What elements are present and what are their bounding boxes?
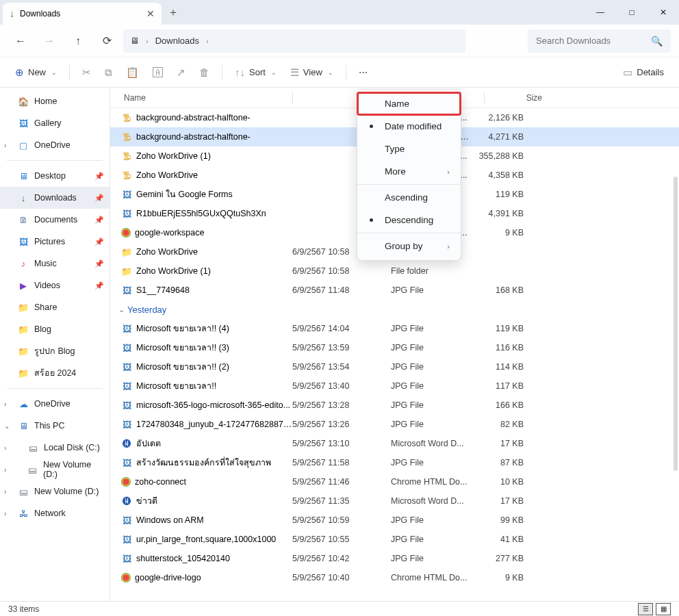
details-view-toggle[interactable]: ☰ <box>638 603 653 615</box>
thumbnails-view-toggle[interactable]: ▦ <box>656 603 671 615</box>
sidebar-item-blog[interactable]: 📁Blog <box>0 318 110 340</box>
sidebar-item-pictures[interactable]: 🖼Pictures📌 <box>0 231 110 253</box>
file-size: 4,271 KB <box>472 132 524 142</box>
sidebar-item-documents[interactable]: 🗎Documents📌 <box>0 209 110 231</box>
file-row[interactable]: 🖼Microsoft ขยายเวลา!! (2)5/9/2567 13:54J… <box>110 357 679 376</box>
bullet-icon <box>370 218 373 222</box>
sidebar-item-downloads[interactable]: ↓Downloads📌 <box>0 187 110 209</box>
close-button[interactable]: ✕ <box>648 0 679 25</box>
back-button[interactable]: ← <box>8 29 33 53</box>
disk-icon: 🖴 <box>27 442 38 453</box>
paste-button[interactable]: 📋 <box>120 62 144 84</box>
file-row[interactable]: zoho-connect5/9/2567 11:46Chrome HTML Do… <box>110 472 679 491</box>
sort-menu-date-modified[interactable]: Date modified <box>357 115 461 138</box>
share-button[interactable]: ↗ <box>171 62 191 84</box>
delete-button[interactable]: 🗑 <box>194 62 215 84</box>
toolbar: ⊕ New ⌄ ✂ ⧉ 📋 🄰 ↗ 🗑 ↑↓ Sort ⌄ ☰ View ⌄ ⋯… <box>0 57 679 88</box>
expander-icon[interactable]: › <box>4 400 6 408</box>
sidebar-item-local-disk-c-[interactable]: ›🖴Local Disk (C:) <box>0 437 110 459</box>
sidebar-item-videos[interactable]: ▶Videos📌 <box>0 274 110 296</box>
file-row[interactable]: 🖼ur,pin_large_front,square,1000x10005/9/… <box>110 530 679 549</box>
copy-button[interactable]: ⧉ <box>99 62 118 84</box>
sort-menu-descending[interactable]: Descending <box>357 209 461 231</box>
sidebar-item-this-pc[interactable]: ⌄🖥This PC <box>0 415 110 437</box>
maximize-button[interactable]: □ <box>616 0 648 25</box>
sidebar-item-gallery[interactable]: 🖼Gallery <box>0 112 110 134</box>
file-date: 5/9/2567 13:59 <box>292 343 391 352</box>
sort-menu-group-by[interactable]: Group by› <box>357 235 461 257</box>
file-row[interactable]: 🖼Microsoft ขยายเวลา!!5/9/2567 13:40JPG F… <box>110 376 679 396</box>
search-input[interactable] <box>536 36 651 46</box>
file-name: google-workspace <box>135 228 292 238</box>
file-row[interactable]: 🖼S1__77496486/9/2567 11:48JPG File168 KB <box>110 281 679 300</box>
rename-button[interactable]: 🄰 <box>147 62 168 84</box>
more-button[interactable]: ⋯ <box>353 62 373 84</box>
file-row[interactable]: 🖼Microsoft ขยายเวลา!! (3)5/9/2567 13:59J… <box>110 338 679 357</box>
sidebar-item--blog[interactable]: 📁รูปปก Blog <box>0 340 110 362</box>
forward-button[interactable]: → <box>37 29 62 53</box>
column-name[interactable]: Name <box>124 93 292 103</box>
breadcrumb[interactable]: 🖥 › Downloads › <box>123 29 465 53</box>
expander-icon[interactable]: › <box>4 444 6 452</box>
file-name: ur,pin_large_front,square,1000x1000 <box>136 535 292 544</box>
file-date: 5/9/2567 14:04 <box>292 324 391 333</box>
expander-icon[interactable]: › <box>4 466 6 474</box>
expander-icon[interactable]: ⌄ <box>4 422 10 430</box>
group-header-yesterday[interactable]: ⌄Yesterday <box>110 300 679 319</box>
new-tab-button[interactable]: ＋ <box>162 0 185 25</box>
sidebar-item--2024[interactable]: 📁สร้อย 2024 <box>0 362 110 384</box>
view-button[interactable]: ☰ View ⌄ <box>285 62 339 84</box>
sidebar-item-network[interactable]: ›🖧Network <box>0 502 110 524</box>
file-row[interactable]: 🅦อัปเดต5/9/2567 13:10Microsoft Word D...… <box>110 434 679 453</box>
sidebar-item-onedrive[interactable]: ›▢OneDrive <box>0 134 110 156</box>
sort-menu-more[interactable]: More› <box>357 160 461 183</box>
sort-menu-ascending[interactable]: Ascending <box>357 186 461 209</box>
minimize-button[interactable]: — <box>585 0 616 25</box>
file-name: Zoho WorkDrive (1) <box>136 266 292 276</box>
tab-downloads[interactable]: ↓ Downloads ✕ <box>3 3 162 25</box>
sort-button[interactable]: ↑↓ Sort ⌄ <box>229 62 282 84</box>
download-icon: ↓ <box>10 8 14 19</box>
column-size[interactable]: Size <box>490 93 542 103</box>
up-button[interactable]: ↑ <box>66 29 90 53</box>
expander-icon[interactable]: › <box>4 510 6 517</box>
expander-icon[interactable]: › <box>4 488 6 496</box>
breadcrumb-segment[interactable]: Downloads <box>155 36 199 46</box>
file-row[interactable]: 🖼1724780348_junyub_4-1724776828873_sto..… <box>110 415 679 434</box>
refresh-button[interactable]: ⟳ <box>94 29 119 53</box>
file-row[interactable]: google-drive-logo5/9/2567 10:40Chrome HT… <box>110 568 679 587</box>
file-row[interactable]: 📁Zoho WorkDrive (1)6/9/2567 10:58File fo… <box>110 261 679 281</box>
scrollbar[interactable] <box>674 177 678 471</box>
sidebar-item-onedrive[interactable]: ›☁OneDrive <box>0 393 110 415</box>
file-size: 9 KB <box>472 573 524 582</box>
sidebar-item-desktop[interactable]: 🖥Desktop📌 <box>0 165 110 187</box>
tab-close-icon[interactable]: ✕ <box>146 8 155 19</box>
sidebar-item-new-volume-d-[interactable]: ›🖴New Volume (D:) <box>0 480 110 502</box>
sidebar-item-home[interactable]: 🏠Home <box>0 90 110 112</box>
file-type: Chrome HTML Do... <box>391 573 472 582</box>
sidebar-item-share[interactable]: 📁Share <box>0 296 110 318</box>
cut-button[interactable]: ✂ <box>77 62 97 84</box>
details-button[interactable]: ▭ Details <box>617 62 669 84</box>
folder-icon: 📁 <box>18 302 29 313</box>
file-size: 41 KB <box>472 535 524 544</box>
column-separator[interactable] <box>484 92 485 104</box>
pin-icon: 📌 <box>94 172 104 181</box>
file-row[interactable]: 🖼shutterstock_1054201405/9/2567 10:42JPG… <box>110 549 679 568</box>
sidebar-item-music[interactable]: ♪Music📌 <box>0 253 110 274</box>
column-separator[interactable] <box>292 92 293 104</box>
file-row[interactable]: 🖼Microsoft ขยายเวลา!! (4)5/9/2567 14:04J… <box>110 319 679 338</box>
file-row[interactable]: 🖼microsoft-365-logo-microsoft-365-edito.… <box>110 396 679 415</box>
sort-menu-name[interactable]: Name <box>357 92 461 115</box>
file-row[interactable]: 🅦ข่าวดี5/9/2567 11:35Microsoft Word D...… <box>110 491 679 511</box>
file-row[interactable]: 🖼สร้างวัฒนธรรมองค์กรที่ใส่ใจสุขภาพ5/9/25… <box>110 453 679 472</box>
sidebar-item-label: Desktop <box>34 171 66 181</box>
expander-icon[interactable]: › <box>4 142 6 149</box>
file-row[interactable]: 🖼Windows on ARM5/9/2567 10:59JPG File99 … <box>110 511 679 530</box>
sort-menu-type[interactable]: Type <box>357 138 461 160</box>
gif-file-icon: 🖼 <box>121 208 132 219</box>
new-button[interactable]: ⊕ New ⌄ <box>10 62 62 84</box>
sidebar-item-new-volume-d-[interactable]: ›🖴New Volume (D:) <box>0 459 110 480</box>
separator <box>346 65 346 80</box>
search-box[interactable]: 🔍 <box>528 29 671 53</box>
